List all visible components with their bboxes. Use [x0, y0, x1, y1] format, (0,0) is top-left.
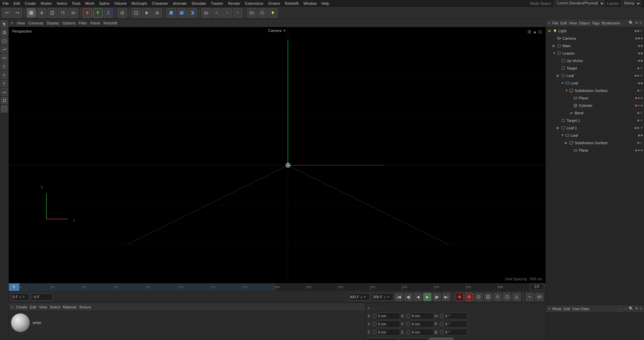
scale-tool-button[interactable]	[48, 8, 57, 18]
expand-light-icon[interactable]: ▶	[549, 29, 553, 33]
obj-row-subdiv2[interactable]: ▶ Subdivision Surface ■ ✓	[546, 139, 644, 147]
sidebar-btn-grid[interactable]	[1, 97, 8, 104]
menu-mograph[interactable]: MoGraph	[131, 1, 147, 5]
go-start-button[interactable]: |◀	[395, 293, 403, 301]
current-frame-marker[interactable]: 0	[9, 283, 19, 291]
ruler-track[interactable]: 0 20 40 60 80 100 120 140 160	[19, 283, 530, 291]
rp-filter-icon[interactable]: ▼	[635, 21, 639, 25]
obj-row-subdiv1[interactable]: ▼ Subdivision Surface ■ ✓	[546, 87, 644, 94]
mat-menu-edit[interactable]: Edit	[30, 305, 36, 309]
camera-expand-icon[interactable]: ▼	[283, 29, 286, 33]
menu-select[interactable]: Select	[57, 1, 67, 5]
rp-tab-file[interactable]: File	[552, 21, 558, 25]
obj-row-plane1[interactable]: Plane ■ ● ▪▪	[546, 94, 644, 102]
z-axis-button[interactable]: Z	[104, 8, 113, 18]
playback-mode5[interactable]	[513, 293, 521, 301]
expand-leaf2-icon[interactable]: ▶	[557, 126, 561, 130]
sidebar-btn-sculpt2[interactable]	[1, 88, 8, 96]
vp-maximize-icon[interactable]: ⊞	[527, 29, 531, 34]
expand-main-icon[interactable]: ▶	[553, 44, 557, 48]
motion-clip-button[interactable]	[535, 293, 543, 301]
end-frame2-field[interactable]: 300 F ▲▼	[371, 293, 393, 301]
rotate-tool-button[interactable]	[58, 8, 68, 18]
menu-animate[interactable]: Animate	[173, 1, 186, 5]
obj-row-leaves[interactable]: ▼ Leaves ■ ■	[546, 50, 644, 57]
end-frame-field[interactable]: 300 F ▲▼	[348, 293, 370, 301]
menu-window[interactable]: Window	[303, 1, 317, 5]
obj-vis-leaf2[interactable]: ■	[634, 126, 637, 130]
sidebar-btn-spline[interactable]	[1, 46, 8, 53]
obj-check-light[interactable]: ✓	[640, 29, 643, 33]
live-select-button[interactable]	[26, 8, 36, 18]
obj-row-cylinder[interactable]: Cylinder ■ ● ▪▪	[546, 102, 644, 109]
mograph-button[interactable]: M	[212, 8, 221, 18]
obj-vis-bend[interactable]: ■	[637, 111, 639, 115]
attr-hamburger[interactable]: ≡	[548, 306, 550, 311]
obj-tag-leaf1-cyan[interactable]: ●	[637, 74, 639, 77]
coord-rz-val[interactable]: 0 cm	[410, 329, 434, 336]
obj-row-upvector[interactable]: Up Vector ■ ■	[546, 57, 644, 64]
obj-row-camera[interactable]: Camera ■ ■ ●	[546, 35, 644, 42]
obj-mat-cylinder[interactable]: ●	[638, 103, 640, 107]
mat-menu-view[interactable]: View	[39, 305, 47, 309]
obj-vis-plane2[interactable]: ■	[635, 148, 637, 152]
obj-vis-cylinder[interactable]: ■	[635, 103, 637, 107]
expand-leaf-sub-icon[interactable]: ▼	[561, 81, 565, 85]
coord-z-val[interactable]: 0 cm	[376, 329, 400, 336]
sculpt-button[interactable]	[257, 8, 267, 18]
obj-row-leaf2[interactable]: ▶ Leaf.1 ■ ● ↗	[546, 124, 644, 132]
menu-mesh[interactable]: Mesh	[85, 1, 94, 5]
render-button[interactable]	[142, 8, 151, 18]
camera-selector[interactable]: Camera ▼	[268, 29, 286, 33]
obj-vis-leaves[interactable]: ■	[638, 51, 640, 55]
vp-menu-panel[interactable]: Panel	[90, 21, 100, 25]
sidebar-btn-deform[interactable]	[1, 54, 8, 62]
playback-mode4[interactable]	[503, 293, 511, 301]
rp-tab-tags[interactable]: Tags	[592, 21, 600, 25]
obj-tag-cylinder[interactable]: ▪▪	[641, 104, 643, 107]
obj-ren-upvector[interactable]: ■	[641, 59, 643, 62]
node-space-select[interactable]: Current (Standard/Physical)	[554, 1, 605, 6]
attr-search-icon[interactable]: 🔍	[629, 306, 633, 311]
vp-menu-filter[interactable]: Filter	[79, 21, 87, 25]
rp-tab-bookmarks[interactable]: Bookmarks	[602, 21, 620, 25]
obj-vis-subdiv2[interactable]: ■	[637, 141, 639, 145]
mat-hamburger[interactable]: ≡	[11, 305, 13, 309]
vp-menu-cameras[interactable]: Cameras	[28, 21, 43, 25]
mat-menu-texture[interactable]: Texture	[79, 305, 91, 309]
obj-ren-leaves[interactable]: ■	[641, 51, 643, 55]
menu-edit[interactable]: Edit	[14, 1, 20, 5]
obj-check-subdiv2[interactable]: ✓	[640, 141, 643, 145]
y-axis-button[interactable]: Y	[93, 8, 103, 18]
right-view-button[interactable]	[187, 8, 197, 18]
obj-row-leaf-sub[interactable]: ▼ Leaf ■ ■	[546, 79, 644, 87]
playback-mode2[interactable]	[484, 293, 492, 301]
attr-tab-userdata[interactable]: User Data	[572, 307, 589, 311]
coord-b-val[interactable]: 0 °	[444, 329, 467, 336]
obj-tag-leaf2-cyan[interactable]: ●	[637, 126, 639, 130]
obj-vis-target1[interactable]: ■	[637, 118, 639, 122]
obj-vis-main[interactable]: ■	[638, 44, 640, 48]
scale-dropdown[interactable]: Scale	[400, 338, 427, 340]
front-view-button[interactable]	[177, 8, 186, 18]
vp-arrow-up-icon[interactable]: ▲	[533, 29, 537, 34]
play-button[interactable]: ▶	[423, 293, 431, 301]
menu-tracker[interactable]: Tracker	[211, 1, 223, 5]
menu-redshift[interactable]: Redshift	[285, 1, 299, 5]
go-end-button[interactable]: ▶|	[442, 293, 450, 301]
sidebar-btn-s2[interactable]: S	[1, 71, 8, 79]
obj-tag-target1[interactable]: ↗	[640, 118, 643, 122]
xpresso-button[interactable]: X	[222, 8, 232, 18]
obj-ren-leaf-sub2[interactable]: ■	[641, 133, 643, 137]
mat-menu-create[interactable]: Create	[16, 305, 27, 309]
menu-modes[interactable]: Modes	[41, 1, 52, 5]
layout-select[interactable]: Startup	[621, 1, 641, 6]
vp-menu-view[interactable]: View	[17, 21, 25, 25]
obj-visible-light[interactable]: ■	[634, 29, 637, 33]
obj-vis-leaf1[interactable]: ■	[634, 74, 637, 77]
obj-tag-leaf1-arrow[interactable]: ↗	[640, 74, 643, 77]
vp-expand-icon[interactable]: ⊡	[538, 29, 542, 34]
menu-create[interactable]: Create	[25, 1, 36, 5]
menu-help[interactable]: Help	[321, 1, 329, 5]
world-dropdown[interactable]: World	[368, 338, 398, 340]
